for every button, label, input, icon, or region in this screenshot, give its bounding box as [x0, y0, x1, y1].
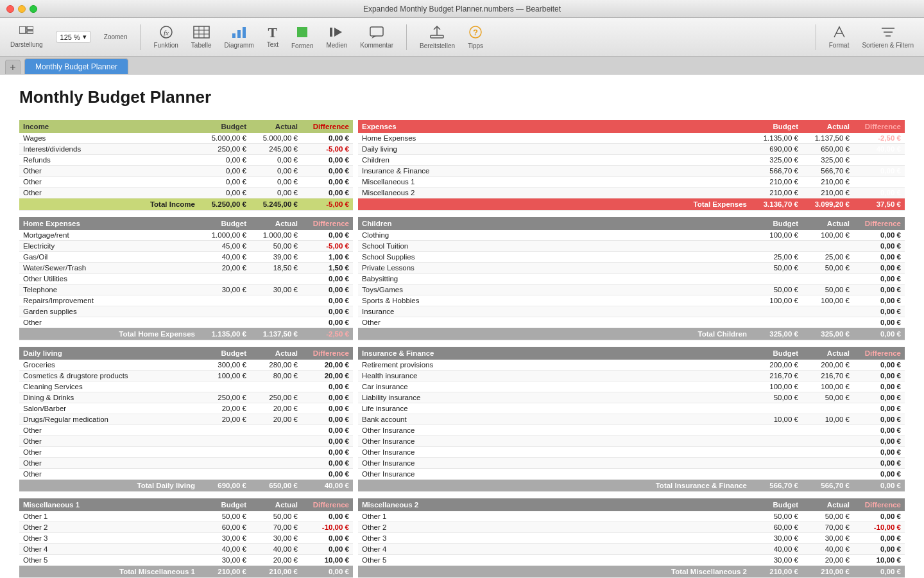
- misc1-total-diff: 0,00 €: [302, 566, 353, 578]
- insurance-table: Insurance & Finance Budget Actual Differ…: [358, 347, 905, 492]
- row-actual: [802, 306, 853, 317]
- expenses-table: Expenses Budget Actual Difference Home E…: [358, 120, 905, 211]
- row-actual: 50,00 €: [802, 511, 853, 522]
- row-label: School Supplies: [358, 252, 751, 263]
- right-column: Expenses Budget Actual Difference Home E…: [358, 120, 905, 578]
- toolbar-formen[interactable]: Formen: [291, 25, 313, 49]
- row-diff: 0,00 €: [302, 295, 353, 306]
- row-diff: 0,00 €: [853, 155, 905, 166]
- daily-header: Daily living: [19, 347, 199, 360]
- close-button[interactable]: [6, 5, 14, 13]
- window-controls[interactable]: [6, 5, 37, 13]
- row-diff: 0,00 €: [302, 436, 353, 447]
- row-budget: 30,00 €: [751, 533, 802, 544]
- row-budget: 0,00 €: [199, 188, 250, 198]
- row-actual: 216,70 €: [802, 371, 853, 381]
- row-label: Electricity: [19, 241, 199, 252]
- expenses-total-diff: 37,50 €: [853, 198, 905, 211]
- svg-rect-10: [232, 33, 235, 38]
- home-total-budget: 1.135,00 €: [199, 328, 250, 340]
- table-row: Other0,00 €0,00 €0,00 €: [19, 177, 353, 188]
- medien-label: Medien: [326, 42, 347, 49]
- row-label: Other: [19, 436, 199, 447]
- add-tab-button[interactable]: +: [5, 60, 21, 74]
- misc2-actual-col: Actual: [802, 498, 853, 511]
- left-column: Income Budget Actual Difference Wages5.0…: [19, 120, 353, 578]
- zoom-control[interactable]: 125 % ▾: [56, 31, 91, 43]
- row-budget: 45,00 €: [199, 241, 250, 252]
- row-actual: 50,00 €: [250, 511, 302, 522]
- daily-total-diff: 40,00 €: [302, 480, 353, 492]
- page-title: Monthly Budget Planner: [19, 87, 905, 107]
- row-label: Groceries: [19, 360, 199, 371]
- table-row: Other 150,00 €50,00 €0,00 €: [19, 511, 353, 522]
- toolbar-format[interactable]: Format: [829, 26, 850, 49]
- table-row: Home Expenses1.135,00 €1.137,50 €-2,50 €: [358, 133, 905, 144]
- row-actual: 25,00 €: [802, 252, 853, 263]
- income-section: Income Budget Actual Difference Wages5.0…: [19, 120, 353, 211]
- row-actual: [802, 447, 853, 458]
- table-row: Other Utilities0,00 €: [19, 274, 353, 285]
- row-diff: 0,00 €: [853, 295, 905, 306]
- text-icon: T: [268, 26, 278, 40]
- row-actual: [802, 241, 853, 252]
- misc1-header: Miscellaneous 1: [19, 498, 199, 511]
- row-label: Car insurance: [358, 381, 751, 392]
- row-budget: 210,00 €: [751, 188, 802, 198]
- table-row: Refunds0,00 €0,00 €0,00 €: [19, 155, 353, 166]
- table-row: Interest/dividends250,00 €245,00 €-5,00 …: [19, 144, 353, 155]
- insurance-header: Insurance & Finance: [358, 347, 751, 360]
- toolbar-tipps[interactable]: ? Tipps: [468, 25, 483, 49]
- funktion-icon: fx: [157, 26, 175, 40]
- table-row: Electricity45,00 €50,00 €-5,00 €: [19, 241, 353, 252]
- tab-budget-planner[interactable]: Monthly Budget Planner: [24, 58, 128, 74]
- row-diff: 0,00 €: [302, 425, 353, 436]
- toolbar-funktion[interactable]: fx Funktion: [153, 26, 178, 49]
- row-diff: 10,00 €: [302, 555, 353, 566]
- toolbar-tabelle[interactable]: Tabelle: [191, 26, 212, 49]
- row-label: Interest/dividends: [19, 144, 199, 155]
- insurance-budget-col: Budget: [751, 347, 802, 360]
- row-actual: [250, 425, 302, 436]
- maximize-button[interactable]: [30, 5, 37, 13]
- row-actual: 20,00 €: [250, 555, 302, 566]
- zoom-value: 125 %: [60, 33, 80, 41]
- misc1-total-actual: 210,00 €: [250, 566, 302, 578]
- table-row: Private Lessons50,00 €50,00 €0,00 €: [358, 263, 905, 274]
- row-actual: 210,00 €: [802, 188, 853, 198]
- row-budget: 216,70 €: [751, 371, 802, 381]
- row-budget: [199, 306, 250, 317]
- bereitstellen-icon: [429, 25, 445, 41]
- toolbar-diagramm[interactable]: Diagramm: [225, 26, 254, 49]
- row-diff: 0,00 €: [853, 436, 905, 447]
- minimize-button[interactable]: [18, 5, 26, 13]
- toolbar-bereitstellen[interactable]: Bereitstellen: [420, 25, 455, 49]
- toolbar-kommentar[interactable]: Kommentar: [360, 26, 393, 49]
- row-diff: 0,00 €: [302, 166, 353, 177]
- row-diff: 0,00 €: [853, 274, 905, 285]
- toolbar-sortieren[interactable]: Sortieren & Filtern: [862, 26, 914, 49]
- row-actual: 30,00 €: [250, 285, 302, 295]
- expenses-total-row: Total Expenses 3.136,70 € 3.099,20 € 37,…: [358, 198, 905, 211]
- row-label: Miscellaneous 2: [358, 188, 751, 198]
- toolbar-darstellung[interactable]: Darstellung: [10, 26, 43, 48]
- table-row: Salon/Barber20,00 €20,00 €0,00 €: [19, 403, 353, 414]
- row-diff: 0,00 €: [853, 414, 905, 425]
- row-diff: 1,50 €: [302, 263, 353, 274]
- row-budget: [199, 436, 250, 447]
- row-label: Other Insurance: [358, 425, 751, 436]
- toolbar-text[interactable]: T Text: [267, 26, 278, 48]
- row-diff: 0,00 €: [302, 274, 353, 285]
- darstellung-label: Darstellung: [10, 41, 43, 48]
- row-diff: 0,00 €: [853, 285, 905, 295]
- row-actual: 50,00 €: [802, 263, 853, 274]
- row-diff: 0,00 €: [853, 458, 905, 469]
- row-actual: 280,00 €: [250, 360, 302, 371]
- tipps-label: Tipps: [468, 42, 483, 49]
- row-label: Mortgage/rent: [19, 230, 199, 241]
- toolbar-medien[interactable]: Medien: [326, 26, 347, 49]
- row-label: Other 1: [358, 511, 751, 522]
- home-budget-col: Budget: [199, 217, 250, 230]
- row-actual: 20,00 €: [802, 555, 853, 566]
- row-budget: 250,00 €: [199, 144, 250, 155]
